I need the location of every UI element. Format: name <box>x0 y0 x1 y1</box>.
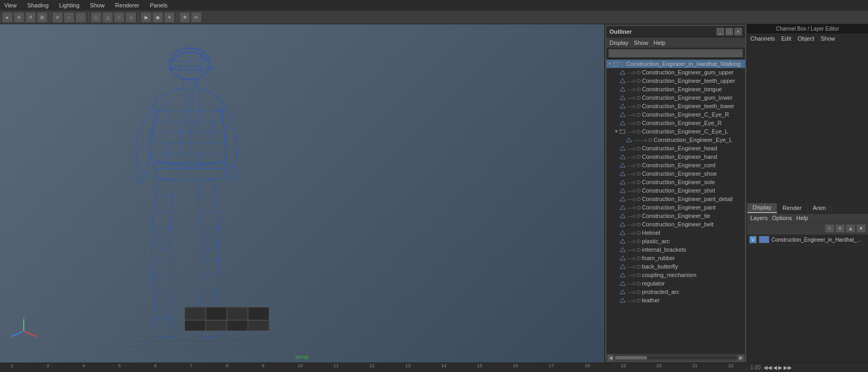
tree-dash-tongue: —o <box>627 87 636 92</box>
tool-deform[interactable]: ⟐ <box>126 12 136 23</box>
layer-move-up-button[interactable]: ▲ <box>846 224 855 233</box>
channel-box-tab-show[interactable]: Show <box>821 35 835 42</box>
layer-sub-tab-options[interactable]: Options <box>772 215 792 221</box>
play-start-button[interactable]: ◀◀ <box>764 365 772 370</box>
visibility-indicator-c_eye_r <box>637 113 641 117</box>
playback-buttons: ◀◀ ◀ ▶ ▶▶ <box>764 365 792 370</box>
scroll-right-button[interactable]: ▶ <box>738 355 744 361</box>
play-end-button[interactable]: ▶▶ <box>784 365 792 370</box>
tree-dash-teeth_lower: —o <box>627 103 636 109</box>
tree-item-teeth_upper[interactable]: —o Construction_Engineer_teeth_upper <box>606 77 745 85</box>
layer-tab-anim[interactable]: Anim <box>807 203 832 213</box>
menu-shading[interactable]: Shading <box>25 2 51 8</box>
tool-snap-curve[interactable]: ~ <box>64 12 74 23</box>
layer-tab-render[interactable]: Render <box>777 203 807 213</box>
tree-item-back_butterfly[interactable]: —o back_butterfly <box>606 262 745 271</box>
tree-item-gum_lower[interactable]: —o Construction_Engineer_gum_lower <box>606 93 745 102</box>
channel-box-tab-channels[interactable]: Channels <box>750 35 775 42</box>
layer-item-layer1[interactable]: VConstruction_Engineer_in_Hardhat_Walkin… <box>747 235 868 245</box>
tree-item-shirt[interactable]: —o Construction_Engineer_shirt <box>606 186 745 195</box>
tree-item-tongue[interactable]: —o Construction_Engineer_tongue <box>606 85 745 93</box>
tree-item-internal_brackets[interactable]: —o internal_brackets <box>606 245 745 254</box>
layer-sub-tab-layers[interactable]: Layers <box>750 215 768 221</box>
tree-item-c_eye_l[interactable]: ▼—o Construction_Engineer_C_Eye_L <box>606 127 745 136</box>
tool-light[interactable]: ☀ <box>164 12 175 23</box>
layer-new-button[interactable]: + <box>825 224 834 233</box>
tree-item-sole[interactable]: —o Construction_Engineer_sole <box>606 178 745 186</box>
tree-item-pant_detail[interactable]: —o Construction_Engineer_pant_detail <box>606 195 745 203</box>
tool-snap-grid[interactable]: # <box>52 12 63 23</box>
outliner-close-button[interactable]: × <box>735 28 742 35</box>
tree-item-foam_rubber[interactable]: —o foam_rubber <box>606 254 745 262</box>
tool-scale[interactable]: ⊞ <box>37 12 47 23</box>
menu-renderer[interactable]: Renderer <box>113 2 141 8</box>
scroll-track[interactable] <box>615 356 737 360</box>
tree-item-tie[interactable]: —o Construction_Engineer_tie <box>606 212 745 220</box>
tool-render[interactable]: ▶ <box>141 12 151 23</box>
layer-move-down-button[interactable]: ▼ <box>856 224 866 233</box>
scroll-left-button[interactable]: ◀ <box>607 355 614 361</box>
expand-icon-c_eye_l[interactable]: ▼ <box>614 129 619 134</box>
tool-rotate[interactable]: ↺ <box>25 12 36 23</box>
tree-item-root[interactable]: ▼Construction_Engineer_in_Hardhat_Walkin… <box>606 60 745 68</box>
outliner-menu-help[interactable]: Help <box>654 40 666 46</box>
tree-item-plastic_arc[interactable]: —o plastic_arc <box>606 237 745 245</box>
tree-item-eye_l[interactable]: ——o Construction_Engineer_Eye_L <box>606 136 745 144</box>
tree-item-regulator[interactable]: —o regulator <box>606 279 745 288</box>
tree-item-helmet[interactable]: —o Helmet <box>606 228 745 237</box>
tree-dash-gum_lower: —o <box>627 95 636 101</box>
tree-item-head[interactable]: —o Construction_Engineer_head <box>606 144 745 152</box>
scroll-thumb[interactable] <box>615 356 647 359</box>
tool-snap-point[interactable]: · <box>75 12 86 23</box>
outliner-maximize-button[interactable]: □ <box>726 28 733 35</box>
tree-item-protracted_arc[interactable]: —o protracted_arc <box>606 288 745 296</box>
svg-line-60 <box>24 331 34 336</box>
play-next-button[interactable]: ▶ <box>778 365 783 370</box>
tree-dash-eye_r: —o <box>627 120 636 126</box>
menu-show[interactable]: Show <box>88 2 107 8</box>
outliner-menu-show[interactable]: Show <box>634 40 648 46</box>
channel-box-tab-edit[interactable]: Edit <box>781 35 791 42</box>
tool-select[interactable]: ▸ <box>2 12 13 23</box>
expand-icon-shoe <box>614 171 619 176</box>
tree-item-gum_upper[interactable]: —o Construction_Engineer_gum_upper <box>606 68 745 77</box>
tree-item-coupling_mechanism[interactable]: —o coupling_mechanism <box>606 271 745 279</box>
outliner-minimize-button[interactable]: _ <box>717 28 724 35</box>
tree-item-shoe[interactable]: —o Construction_Engineer_shoe <box>606 169 745 178</box>
tool-cam[interactable]: □ <box>91 12 101 23</box>
tool-poly[interactable]: △ <box>102 12 113 23</box>
tree-item-cord[interactable]: —o Construction_Engineer_cord <box>606 161 745 169</box>
layer-tab-display[interactable]: Display <box>747 203 777 213</box>
viewport[interactable]: X Y Z persp <box>0 24 604 363</box>
tree-item-belt[interactable]: —o Construction_Engineer_belt <box>606 220 745 228</box>
layer-visibility-layer1[interactable]: V <box>749 236 757 243</box>
tree-item-c_eye_r[interactable]: —o Construction_Engineer_C_Eye_R <box>606 110 745 119</box>
layer-delete-button[interactable]: ✕ <box>835 224 845 233</box>
outliner-tree[interactable]: ▼Construction_Engineer_in_Hardhat_Walkin… <box>606 59 745 354</box>
mesh-icon-pant <box>619 205 626 210</box>
menu-view[interactable]: View <box>2 2 19 8</box>
tool-show-hide[interactable]: 👁 <box>179 12 190 23</box>
tool-ipr[interactable]: ◉ <box>152 12 163 23</box>
expand-icon-back_butterfly <box>614 264 619 269</box>
tool-paint[interactable]: ✏ <box>191 12 202 23</box>
menu-lighting[interactable]: Lighting <box>57 2 82 8</box>
visibility-indicator-sole <box>637 180 641 184</box>
outliner-menu-display[interactable]: Display <box>609 40 628 46</box>
channel-box-tab-object[interactable]: Object <box>797 35 814 42</box>
menu-panels[interactable]: Panels <box>148 2 170 8</box>
tool-nurbs[interactable]: ○ <box>114 12 125 23</box>
play-prev-button[interactable]: ◀ <box>773 365 777 370</box>
expand-icon-root[interactable]: ▼ <box>607 61 613 66</box>
tree-item-leather[interactable]: —o leather <box>606 296 745 304</box>
ruler-mark-15: 15 <box>477 363 482 368</box>
tree-item-hand[interactable]: —o Construction_Engineer_hand <box>606 152 745 161</box>
tree-item-eye_r[interactable]: —o Construction_Engineer_Eye_R <box>606 119 745 127</box>
outliner-search-input[interactable] <box>608 49 743 58</box>
svg-marker-91 <box>620 256 625 260</box>
tool-move[interactable]: ✛ <box>14 12 24 23</box>
tree-item-teeth_lower[interactable]: —o Construction_Engineer_teeth_lower <box>606 102 745 110</box>
layer-sub-tab-help[interactable]: Help <box>796 215 808 221</box>
svg-line-46 <box>153 325 175 327</box>
tree-item-pant[interactable]: —o Construction_Engineer_pant <box>606 203 745 212</box>
